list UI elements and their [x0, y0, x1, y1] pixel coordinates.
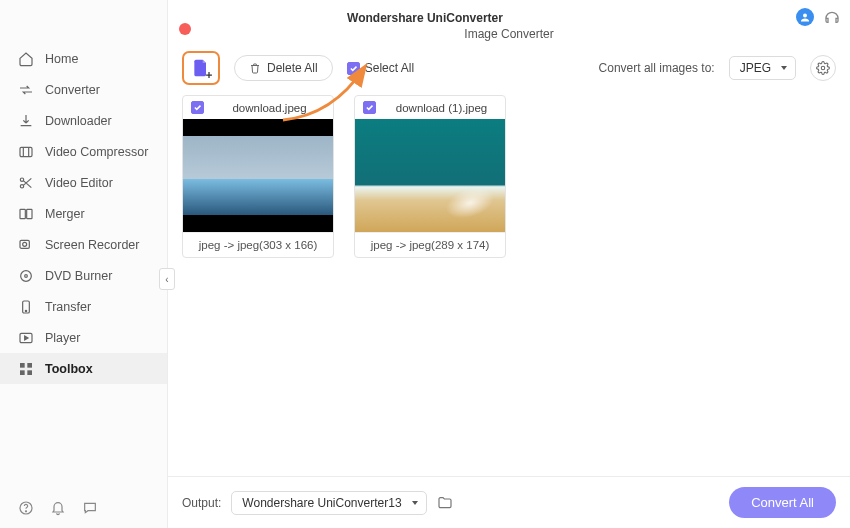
convert-all-to-label: Convert all images to: [599, 61, 715, 75]
sidebar-item-player[interactable]: Player [0, 322, 167, 353]
disc-icon [18, 268, 34, 284]
output-path-dropdown[interactable]: Wondershare UniConverter13 [231, 491, 426, 515]
svg-point-7 [23, 242, 27, 246]
image-card[interactable]: download.jpeg jpeg -> jpeg(303 x 166) [182, 95, 334, 258]
svg-rect-14 [27, 363, 32, 368]
sidebar-item-label: Video Compressor [45, 145, 148, 159]
svg-rect-16 [27, 370, 32, 375]
open-folder-button[interactable] [437, 495, 453, 511]
sidebar-item-label: Toolbox [45, 362, 93, 376]
output-path-value: Wondershare UniConverter13 [242, 496, 401, 510]
record-icon [18, 237, 34, 253]
output-format-dropdown[interactable]: JPEG [729, 56, 796, 80]
sidebar-item-label: Screen Recorder [45, 238, 140, 252]
image-conversion-info: jpeg -> jpeg(303 x 166) [183, 232, 333, 257]
sidebar-item-video-editor[interactable]: Video Editor [0, 167, 167, 198]
image-card[interactable]: download (1).jpeg jpeg -> jpeg(289 x 174… [354, 95, 506, 258]
sidebar: Home Converter Downloader Video Compress… [0, 0, 168, 528]
image-filename: download (1).jpeg [386, 102, 497, 114]
footer: Output: Wondershare UniConverter13 Conve… [168, 476, 850, 528]
sidebar-item-converter[interactable]: Converter [0, 74, 167, 105]
select-all-checkbox[interactable]: Select All [347, 61, 414, 75]
play-icon [18, 330, 34, 346]
card-checkbox[interactable] [191, 101, 204, 114]
image-conversion-info: jpeg -> jpeg(289 x 174) [355, 232, 505, 257]
svg-point-3 [20, 184, 23, 187]
compress-icon [18, 144, 34, 160]
card-checkbox[interactable] [363, 101, 376, 114]
sidebar-item-label: Converter [45, 83, 100, 97]
bell-icon[interactable] [50, 500, 66, 516]
sidebar-item-home[interactable]: Home [0, 43, 167, 74]
svg-rect-6 [20, 240, 29, 248]
help-icon[interactable] [18, 500, 34, 516]
toolbar: Delete All Select All Convert all images… [168, 43, 850, 95]
svg-rect-15 [20, 370, 25, 375]
sidebar-item-label: DVD Burner [45, 269, 112, 283]
sidebar-item-label: Merger [45, 207, 85, 221]
svg-point-11 [25, 310, 26, 311]
select-all-label: Select All [365, 61, 414, 75]
svg-point-2 [20, 178, 23, 181]
close-icon[interactable] [179, 23, 191, 35]
svg-point-8 [21, 270, 32, 281]
sidebar-item-transfer[interactable]: Transfer [0, 291, 167, 322]
sidebar-item-label: Video Editor [45, 176, 113, 190]
checkbox-icon [347, 62, 360, 75]
image-grid: download.jpeg jpeg -> jpeg(303 x 166) do… [168, 95, 850, 476]
home-icon [18, 51, 34, 67]
delete-all-label: Delete All [267, 61, 318, 75]
sidebar-item-label: Downloader [45, 114, 112, 128]
sidebar-item-screen-recorder[interactable]: Screen Recorder [0, 229, 167, 260]
converter-icon [18, 82, 34, 98]
panel-title: Image Converter [168, 25, 850, 43]
svg-rect-5 [27, 209, 32, 218]
sidebar-item-dvd-burner[interactable]: DVD Burner [0, 260, 167, 291]
image-thumbnail [183, 119, 333, 232]
image-filename: download.jpeg [214, 102, 325, 114]
add-files-button[interactable] [182, 51, 220, 85]
svg-point-9 [25, 274, 28, 277]
svg-point-18 [25, 511, 26, 512]
sidebar-item-label: Transfer [45, 300, 91, 314]
svg-point-19 [821, 66, 825, 70]
transfer-icon [18, 299, 34, 315]
image-thumbnail [355, 119, 505, 232]
svg-rect-1 [20, 147, 32, 156]
svg-rect-13 [20, 363, 25, 368]
svg-rect-4 [20, 209, 25, 218]
scissors-icon [18, 175, 34, 191]
convert-all-button[interactable]: Convert All [729, 487, 836, 518]
sidebar-item-downloader[interactable]: Downloader [0, 105, 167, 136]
merger-icon [18, 206, 34, 222]
output-format-value: JPEG [740, 61, 771, 75]
app-root: Wondershare UniConverter Home Converter … [0, 0, 850, 528]
sidebar-item-video-compressor[interactable]: Video Compressor [0, 136, 167, 167]
sidebar-item-merger[interactable]: Merger [0, 198, 167, 229]
settings-button[interactable] [810, 55, 836, 81]
chat-icon[interactable] [82, 500, 98, 516]
toolbox-icon [18, 361, 34, 377]
main-panel: Image Converter Delete All Select All Co… [168, 0, 850, 528]
delete-all-button[interactable]: Delete All [234, 55, 333, 81]
sidebar-item-label: Player [45, 331, 80, 345]
sidebar-item-toolbox[interactable]: Toolbox [0, 353, 167, 384]
output-label: Output: [182, 496, 221, 510]
sidebar-item-label: Home [45, 52, 78, 66]
download-icon [18, 113, 34, 129]
